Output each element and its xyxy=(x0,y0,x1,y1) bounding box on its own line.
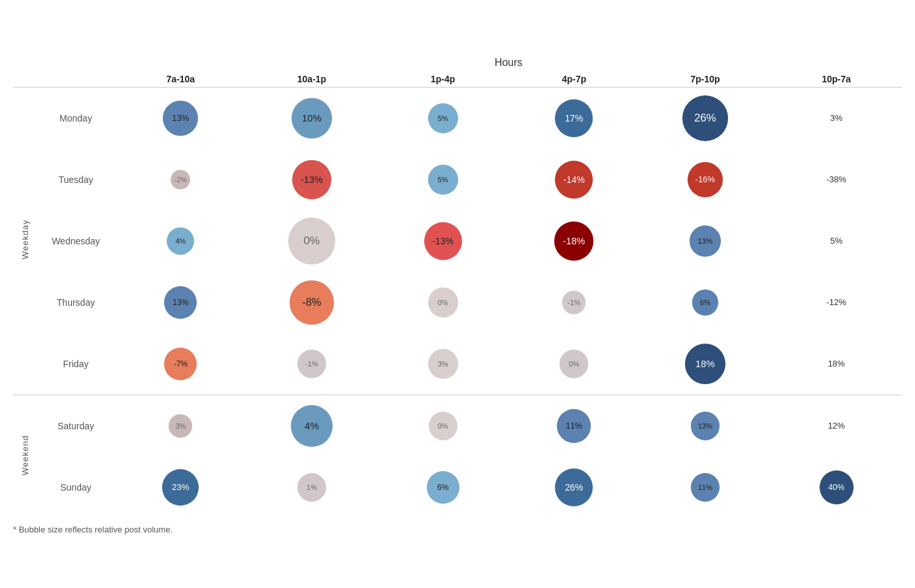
cell-saturday-5: 12% xyxy=(771,395,902,457)
footnote: * Bubble size reflects relative post vol… xyxy=(13,525,902,534)
col-header-4: 7p-10p xyxy=(640,71,771,88)
col-header-0: 7a-10a xyxy=(115,71,246,88)
row-label-sunday: Sunday xyxy=(37,457,115,518)
cell-tuesday-0: -2% xyxy=(115,149,246,210)
bubble-wednesday-3: -18% xyxy=(554,221,593,261)
bubble-saturday-1: 4% xyxy=(291,405,333,447)
col-header-2: 1p-4p xyxy=(377,71,508,88)
bubble-sunday-2: 6% xyxy=(427,471,459,504)
group-label-weekday: Weekday xyxy=(13,87,37,395)
col-header-5: 10p-7a xyxy=(771,71,902,88)
cell-wednesday-0: 4% xyxy=(115,210,246,272)
bubble-monday-1: 10% xyxy=(291,98,332,139)
bubble-friday-1: -1% xyxy=(297,350,326,378)
table-row: Wednesday4%0%-13%-18%13%5% xyxy=(13,210,902,272)
cell-sunday-0: 23% xyxy=(115,457,246,518)
bubble-monday-4: 26% xyxy=(682,95,728,141)
bubble-tuesday-3: -14% xyxy=(555,161,593,199)
cell-tuesday-2: 5% xyxy=(377,149,508,210)
cell-sunday-2: 6% xyxy=(377,457,508,518)
bubble-saturday-4: 13% xyxy=(691,412,720,440)
cell-monday-1: 10% xyxy=(246,87,378,149)
bubble-saturday-3: 11% xyxy=(557,409,591,443)
bubble-saturday-2: 0% xyxy=(429,412,458,440)
bubble-thursday-3: -1% xyxy=(562,291,586,314)
cell-friday-4: 18% xyxy=(640,333,771,395)
cell-saturday-3: 11% xyxy=(508,395,640,457)
row-label-saturday: Saturday xyxy=(37,395,115,457)
bubble-thursday-1: -8% xyxy=(290,280,334,325)
col-header-3: 4p-7p xyxy=(508,71,640,88)
cell-wednesday-4: 13% xyxy=(640,210,771,272)
cell-friday-1: -1% xyxy=(246,333,378,395)
cell-sunday-5: 40% xyxy=(771,457,902,518)
bubble-sunday-0: 23% xyxy=(162,469,199,506)
bubble-friday-5: 18% xyxy=(827,355,846,373)
cell-friday-0: -7% xyxy=(115,333,246,395)
bubble-friday-2: 3% xyxy=(428,349,458,379)
bubble-saturday-0: 3% xyxy=(169,414,192,438)
bubble-sunday-3: 26% xyxy=(555,468,593,506)
bubble-tuesday-2: 5% xyxy=(428,165,458,195)
row-label-wednesday: Wednesday xyxy=(37,210,115,272)
cell-friday-5: 18% xyxy=(771,333,902,395)
bubble-tuesday-5: -38% xyxy=(827,171,846,189)
row-label-friday: Friday xyxy=(37,333,115,395)
col-header-1: 10a-1p xyxy=(246,71,378,88)
bubble-thursday-2: 0% xyxy=(428,287,458,318)
cell-monday-2: 5% xyxy=(377,87,508,149)
cell-sunday-1: 1% xyxy=(246,457,378,518)
bubble-sunday-5: 40% xyxy=(820,470,854,504)
cell-thursday-1: -8% xyxy=(246,272,378,333)
cell-monday-3: 17% xyxy=(508,87,640,149)
cell-tuesday-5: -38% xyxy=(771,149,902,210)
bubble-tuesday-0: -2% xyxy=(171,170,190,189)
bubble-wednesday-1: 0% xyxy=(288,218,335,265)
table-row: WeekendSaturday3%4%0%11%13%12% xyxy=(13,395,902,457)
cell-thursday-0: 13% xyxy=(115,272,246,333)
bubble-thursday-5: -12% xyxy=(827,293,846,312)
cell-monday-0: 13% xyxy=(115,87,246,149)
bubble-sunday-1: 1% xyxy=(297,473,326,502)
bubble-friday-4: 18% xyxy=(685,344,725,384)
cell-monday-4: 26% xyxy=(640,87,771,149)
row-label-monday: Monday xyxy=(37,87,115,149)
bubble-tuesday-1: -13% xyxy=(292,160,331,199)
group-label-weekend: Weekend xyxy=(13,395,37,518)
cell-thursday-4: 6% xyxy=(640,272,771,333)
chart-table: Hours 7a-10a 10a-1p 1p-4p 4p-7p 7p-10p 1… xyxy=(13,54,902,518)
bubble-monday-0: 13% xyxy=(163,101,198,136)
cell-friday-3: 0% xyxy=(508,333,640,395)
bubble-friday-3: 0% xyxy=(559,350,588,378)
chart-title: Hours xyxy=(115,54,902,71)
cell-wednesday-2: -13% xyxy=(377,210,508,272)
bubble-monday-2: 5% xyxy=(428,103,458,133)
bubble-monday-5: 3% xyxy=(827,109,846,127)
cell-thursday-5: -12% xyxy=(771,272,902,333)
cell-sunday-4: 11% xyxy=(640,457,771,518)
bubble-thursday-0: 13% xyxy=(164,286,197,319)
table-row: Sunday23%1%6%26%11%40% xyxy=(13,457,902,518)
row-label-tuesday: Tuesday xyxy=(37,149,115,210)
cell-tuesday-3: -14% xyxy=(508,149,640,210)
cell-saturday-0: 3% xyxy=(115,395,246,457)
cell-saturday-4: 13% xyxy=(640,395,771,457)
cell-wednesday-1: 0% xyxy=(246,210,378,272)
bubble-wednesday-2: -13% xyxy=(424,222,462,260)
bubble-wednesday-4: 13% xyxy=(690,225,721,257)
cell-tuesday-4: -16% xyxy=(640,149,771,210)
cell-thursday-2: 0% xyxy=(377,272,508,333)
table-row: Friday-7%-1%3%0%18%18% xyxy=(13,333,902,395)
chart-container: Hours 7a-10a 10a-1p 1p-4p 4p-7p 7p-10p 1… xyxy=(13,54,902,534)
cell-wednesday-5: 5% xyxy=(771,210,902,272)
cell-monday-5: 3% xyxy=(771,87,902,149)
bubble-saturday-5: 12% xyxy=(827,417,846,435)
cell-thursday-3: -1% xyxy=(508,272,640,333)
bubble-tuesday-4: -16% xyxy=(688,162,723,197)
cell-sunday-3: 26% xyxy=(508,457,640,518)
cell-saturday-2: 0% xyxy=(377,395,508,457)
bubble-wednesday-0: 4% xyxy=(167,227,194,255)
cell-tuesday-1: -13% xyxy=(246,149,378,210)
table-row: Thursday13%-8%0%-1%6%-12% xyxy=(13,272,902,333)
cell-friday-2: 3% xyxy=(377,333,508,395)
